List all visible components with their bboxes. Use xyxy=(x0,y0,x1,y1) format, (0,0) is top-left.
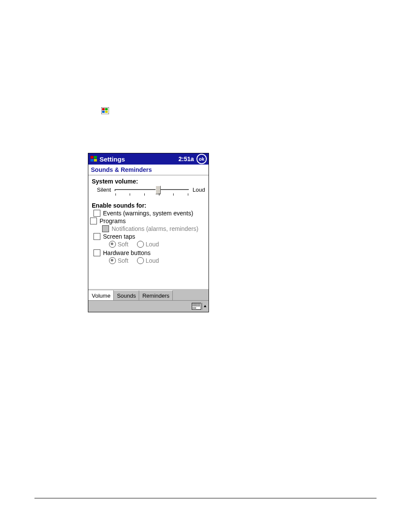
volume-slider-row: Silent Loud xyxy=(97,187,205,199)
checkbox-screen-taps-label: Screen taps xyxy=(103,233,135,240)
radio-screen-taps-loud-label: Loud xyxy=(146,241,159,248)
svg-marker-10 xyxy=(204,305,206,307)
slider-thumb[interactable] xyxy=(156,186,161,194)
svg-rect-7 xyxy=(94,156,97,159)
tab-volume[interactable]: Volume xyxy=(88,290,114,300)
radio-row-screen-taps: Soft Loud xyxy=(109,241,205,248)
titlebar: Settings 2:51a ok xyxy=(88,153,209,165)
radio-row-hardware-buttons: Soft Loud xyxy=(109,257,205,264)
checkbox-row-screen-taps: Screen taps xyxy=(93,233,205,240)
checkbox-events-label: Events (warnings, system events) xyxy=(103,210,193,217)
system-volume-label: System volume: xyxy=(92,178,205,185)
checkbox-row-programs: Programs xyxy=(90,218,205,224)
svg-rect-9 xyxy=(94,159,97,162)
checkbox-row-events: Events (warnings, system events) xyxy=(93,210,205,217)
checkbox-row-notifications: Notifications (alarms, reminders) xyxy=(102,225,205,232)
content-area: System volume: Silent Loud Enable sounds… xyxy=(88,175,209,289)
svg-rect-2 xyxy=(105,108,108,110)
checkbox-hardware-buttons[interactable] xyxy=(93,249,100,256)
checkbox-events[interactable] xyxy=(93,210,100,217)
start-icon[interactable] xyxy=(90,155,98,163)
svg-rect-3 xyxy=(102,111,105,113)
tab-bar: Volume Sounds Reminders xyxy=(88,289,209,300)
radio-hardware-loud[interactable] xyxy=(137,257,144,264)
volume-slider[interactable] xyxy=(115,187,190,199)
checkbox-row-hardware-buttons: Hardware buttons xyxy=(93,249,205,256)
svg-rect-4 xyxy=(105,111,108,113)
start-icon-small xyxy=(101,107,109,114)
tab-sounds[interactable]: Sounds xyxy=(114,290,139,300)
keyboard-icon[interactable] xyxy=(192,303,201,310)
radio-hardware-loud-label: Loud xyxy=(146,257,159,264)
tab-reminders[interactable]: Reminders xyxy=(139,290,173,300)
svg-rect-6 xyxy=(90,156,93,159)
checkbox-programs-label: Programs xyxy=(100,218,126,224)
volume-max-label: Loud xyxy=(193,187,205,193)
checkbox-programs[interactable] xyxy=(90,218,97,224)
radio-hardware-soft[interactable] xyxy=(109,257,116,264)
input-panel-menu[interactable] xyxy=(202,303,208,310)
checkbox-notifications xyxy=(102,225,109,232)
page-title: Sounds & Reminders xyxy=(88,165,209,175)
radio-screen-taps-soft[interactable] xyxy=(109,241,116,248)
clock[interactable]: 2:51a xyxy=(178,156,194,162)
radio-hardware-soft-label: Soft xyxy=(118,257,128,264)
radio-screen-taps-soft-label: Soft xyxy=(118,241,128,248)
volume-min-label: Silent xyxy=(97,187,111,193)
svg-rect-8 xyxy=(90,159,93,162)
checkbox-screen-taps[interactable] xyxy=(93,233,100,240)
bottom-toolbar xyxy=(88,300,209,312)
enable-sounds-label: Enable sounds for: xyxy=(92,202,205,209)
radio-screen-taps-loud[interactable] xyxy=(137,241,144,248)
checkbox-notifications-label: Notifications (alarms, reminders) xyxy=(112,225,199,232)
checkbox-hardware-buttons-label: Hardware buttons xyxy=(103,249,151,256)
settings-window: Settings 2:51a ok Sounds & Reminders Sys… xyxy=(88,153,209,312)
footer-divider xyxy=(34,498,377,498)
ok-button[interactable]: ok xyxy=(196,154,207,164)
window-title: Settings xyxy=(100,156,178,163)
svg-rect-1 xyxy=(102,108,105,110)
